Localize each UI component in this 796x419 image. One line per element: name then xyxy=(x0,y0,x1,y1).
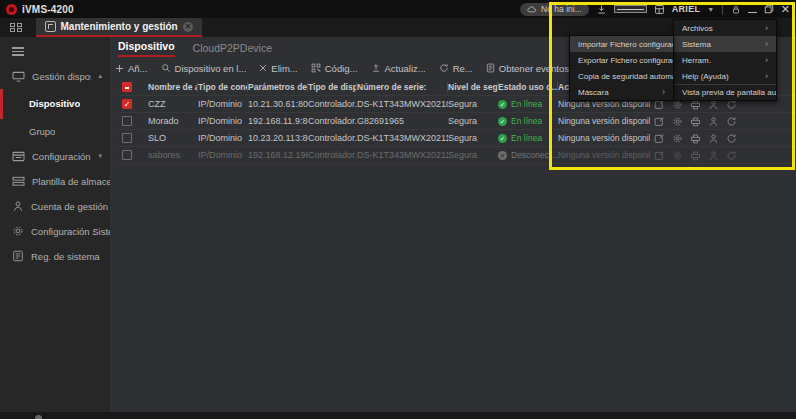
table-row[interactable]: SLO IP/Dominio 10.23.20.113:80... Contro… xyxy=(116,129,796,146)
titlebar-separator: | xyxy=(721,4,724,15)
sync-icon[interactable] xyxy=(726,116,737,127)
printer-icon[interactable] xyxy=(690,150,701,161)
connection-type: IP/Dominio xyxy=(198,150,248,160)
device-type: Controlador... xyxy=(308,133,357,143)
col-parametros-red[interactable]: Parámetros de red xyxy=(248,82,308,92)
sidebar-item-registro-sistema[interactable]: Reg. de sistema xyxy=(0,244,110,269)
layout-icon[interactable] xyxy=(654,4,665,15)
serial-number: G82691965 xyxy=(357,116,448,126)
restore-button[interactable] xyxy=(764,4,774,14)
submenu-item-importar-configuracion[interactable]: Importar Fichero configuración xyxy=(570,36,673,52)
app-title: iVMS-4200 xyxy=(22,4,74,15)
device-name: sabores xyxy=(148,150,198,160)
menu-item-herramientas[interactable]: Herram.› xyxy=(674,52,776,68)
row-checkbox[interactable] xyxy=(116,116,148,126)
col-estado[interactable]: Estado uso d... xyxy=(498,82,558,92)
upgrade-button[interactable]: Actualiz... xyxy=(371,63,426,74)
col-tipo-conexion[interactable]: Tipo de cone... xyxy=(198,82,248,92)
edit-icon[interactable] xyxy=(654,116,665,127)
sidebar-item-label: Cuenta de gestión xyxy=(31,201,108,212)
sync-icon[interactable] xyxy=(726,150,737,161)
chevron-right-icon: › xyxy=(765,39,768,49)
security-level: Segura xyxy=(448,150,498,160)
serial-number: DS-K1T343MWX2021102... xyxy=(357,133,448,143)
sidebar-item-gestion-dispositivos[interactable]: Gestión disposit. ▴ xyxy=(0,64,110,89)
titlebar: iVMS-4200 No ha ini... ARIEL ▼ | ✕ xyxy=(0,0,796,18)
user-icon[interactable] xyxy=(708,150,719,161)
sidebar-item-dispositivo[interactable]: Dispositivo xyxy=(0,89,110,119)
lock-icon[interactable] xyxy=(731,4,741,15)
tab-mantenimiento-y-gestion[interactable]: Mantenimiento y gestión ✕ xyxy=(36,18,202,37)
chevron-down-icon: ▾ xyxy=(98,152,102,160)
qr-code-button[interactable]: Códig... xyxy=(311,63,358,74)
x-icon xyxy=(259,64,267,72)
qr-code-icon xyxy=(311,63,321,73)
edit-icon[interactable] xyxy=(654,133,665,144)
row-checkbox[interactable] xyxy=(116,133,148,143)
tab-dispositivo[interactable]: Dispositivo xyxy=(118,40,175,57)
main-dropdown-menu: Archivos› Sistema› Herram.› Help (Ayuda)… xyxy=(673,19,777,101)
modules-grid-button[interactable] xyxy=(6,18,26,37)
col-tipo-dispositivo[interactable]: Tipo de disp... xyxy=(308,82,357,92)
tab-cloudp2pdevice[interactable]: CloudP2PDevice xyxy=(193,42,272,57)
sidebar: Gestión disposit. ▴ Dispositivo Grupo Co… xyxy=(0,37,110,412)
tab-close-icon[interactable]: ✕ xyxy=(183,22,193,32)
row-checkbox[interactable]: ✓ xyxy=(116,99,148,109)
device-type: Controlador... xyxy=(308,116,357,126)
user-icon[interactable] xyxy=(708,133,719,144)
edit-icon[interactable] xyxy=(654,150,665,161)
submenu-item-mascara[interactable]: Máscara› xyxy=(570,84,673,100)
upload-icon xyxy=(371,63,381,73)
table-row[interactable]: sabores IP/Dominio 192.168.12.198:... Co… xyxy=(116,146,796,163)
menu-item-vista-previa-auxiliar[interactable]: Vista previa de pantalla auxiliar xyxy=(674,84,776,100)
sidebar-collapse-button[interactable] xyxy=(12,45,110,58)
sidebar-item-plantilla-almacenamiento[interactable]: Plantilla de almacenamiento xyxy=(0,169,110,194)
offline-icon: ✕ xyxy=(498,151,507,160)
chevron-right-icon: › xyxy=(765,55,768,65)
refresh-button[interactable]: Re... xyxy=(439,63,473,74)
gear-icon[interactable] xyxy=(672,133,683,144)
user-name[interactable]: ARIEL xyxy=(672,4,701,14)
upgrade-status: Ninguna versión disponible xyxy=(558,150,650,160)
close-button[interactable]: ✕ xyxy=(781,3,790,16)
add-device-button[interactable]: Añ... xyxy=(115,63,148,74)
sidebar-item-cuenta-gestion[interactable]: Cuenta de gestión xyxy=(0,194,110,219)
chevron-right-icon: › xyxy=(765,23,768,33)
cloud-status-label: No ha ini... xyxy=(541,4,582,14)
download-icon[interactable] xyxy=(596,4,607,15)
minimize-button[interactable] xyxy=(748,6,757,13)
col-nivel-seguridad[interactable]: Nivel de seg... xyxy=(448,82,498,92)
network-params: 192.168.12.198:... xyxy=(248,150,308,160)
net-status: ✕Desconect... xyxy=(498,150,558,160)
sync-icon[interactable] xyxy=(726,133,737,144)
table-row[interactable]: Morado IP/Dominio 192.168.11.9:80 Contro… xyxy=(116,112,796,129)
printer-icon[interactable] xyxy=(690,133,701,144)
upgrade-cell: Ninguna versión disponible xyxy=(558,133,796,144)
menu-item-help[interactable]: Help (Ayuda)› xyxy=(674,68,776,84)
sidebar-item-configuracion-eventos[interactable]: Configuración de eve... ▾ xyxy=(0,144,110,169)
gear-icon[interactable] xyxy=(672,116,683,127)
sidebar-item-configuracion-sistema[interactable]: Configuración Sistema... xyxy=(0,219,110,244)
row-checkbox[interactable] xyxy=(116,150,148,160)
menu-item-sistema[interactable]: Sistema› xyxy=(674,36,776,52)
col-numero-serie[interactable]: Número de serie: xyxy=(357,82,448,92)
user-caret-icon[interactable]: ▼ xyxy=(707,6,714,13)
statusbar-icon xyxy=(35,415,42,419)
delete-device-button[interactable]: Elim... xyxy=(259,63,297,74)
serial-number: DS-K1T343MWX2021091... xyxy=(357,99,448,109)
online-device-button[interactable]: Dispositivo en l... xyxy=(161,63,247,74)
col-nombre[interactable]: Nombre de a...▲ xyxy=(148,82,198,92)
user-icon[interactable] xyxy=(708,116,719,127)
cloud-login-status[interactable]: No ha ini... xyxy=(520,3,589,16)
submenu-item-exportar-configuracion[interactable]: Exportar Fichero configuración xyxy=(570,52,673,68)
net-status: ✓En línea xyxy=(498,99,558,109)
main-menu-button[interactable] xyxy=(614,5,647,13)
chevron-right-icon: › xyxy=(662,87,665,97)
menu-item-archivos[interactable]: Archivos› xyxy=(674,20,776,36)
qr-code-label: Códig... xyxy=(325,63,358,74)
submenu-item-copia-seguridad[interactable]: Copia de seguridad automática xyxy=(570,68,673,84)
gear-icon[interactable] xyxy=(672,150,683,161)
sidebar-item-grupo[interactable]: Grupo xyxy=(0,119,110,144)
select-all-checkbox[interactable] xyxy=(116,82,148,92)
printer-icon[interactable] xyxy=(690,116,701,127)
